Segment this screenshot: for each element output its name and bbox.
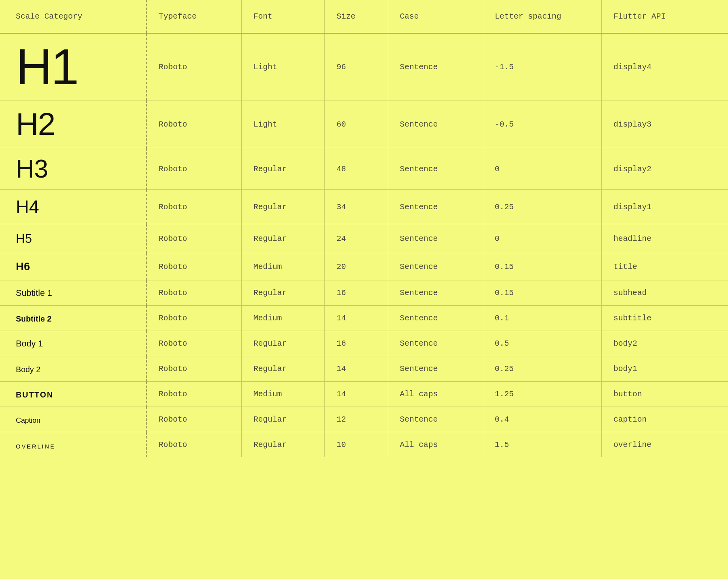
api-cell: headline <box>601 224 728 253</box>
font-cell: Medium <box>241 382 324 407</box>
table-row: H4RobotoRegular34Sentence0.25display1 <box>0 190 728 224</box>
scale-category-cell: H6 <box>0 253 146 280</box>
spacing-cell: 0 <box>483 224 601 253</box>
api-cell: caption <box>601 407 728 432</box>
table-row: H2RobotoLight60Sentence-0.5display3 <box>0 100 728 148</box>
scale-specimen: Subtitle 1 <box>16 289 136 297</box>
typeface-cell: Roboto <box>146 306 241 331</box>
api-cell: display4 <box>601 33 728 100</box>
size-cell: 14 <box>324 306 388 331</box>
size-cell: 60 <box>324 100 388 148</box>
case-cell: Sentence <box>388 100 483 148</box>
table-row: BUTTONRobotoMedium14All caps1.25button <box>0 382 728 407</box>
typeface-cell: Roboto <box>146 331 241 356</box>
api-cell: subhead <box>601 280 728 306</box>
scale-specimen: Body 1 <box>16 339 136 348</box>
api-cell: body2 <box>601 331 728 356</box>
font-cell: Medium <box>241 253 324 280</box>
table-row: H5RobotoRegular24Sentence0headline <box>0 224 728 253</box>
scale-category-cell: Body 2 <box>0 356 146 382</box>
scale-category-cell: H5 <box>0 224 146 253</box>
size-cell: 16 <box>324 280 388 306</box>
spacing-cell: 0.1 <box>483 306 601 331</box>
spacing-cell: 1.5 <box>483 432 601 458</box>
spacing-cell: 0 <box>483 148 601 190</box>
size-cell: 14 <box>324 382 388 407</box>
case-cell: Sentence <box>388 148 483 190</box>
scale-specimen: Caption <box>16 417 136 424</box>
case-cell: Sentence <box>388 224 483 253</box>
col-font-header: Font <box>241 0 324 33</box>
case-cell: Sentence <box>388 356 483 382</box>
scale-category-cell: Caption <box>0 407 146 432</box>
case-cell: All caps <box>388 382 483 407</box>
typeface-cell: Roboto <box>146 33 241 100</box>
size-cell: 12 <box>324 407 388 432</box>
table-row: Body 2RobotoRegular14Sentence0.25body1 <box>0 356 728 382</box>
font-cell: Regular <box>241 190 324 224</box>
font-cell: Regular <box>241 331 324 356</box>
col-size-header: Size <box>324 0 388 33</box>
spacing-cell: -1.5 <box>483 33 601 100</box>
table-row: Subtitle 1RobotoRegular16Sentence0.15sub… <box>0 280 728 306</box>
font-cell: Light <box>241 100 324 148</box>
spacing-cell: 0.5 <box>483 331 601 356</box>
spacing-cell: -0.5 <box>483 100 601 148</box>
size-cell: 24 <box>324 224 388 253</box>
scale-category-cell: H3 <box>0 148 146 190</box>
scale-category-cell: OVERLINE <box>0 432 146 458</box>
size-cell: 20 <box>324 253 388 280</box>
table-row: H3RobotoRegular48Sentence0display2 <box>0 148 728 190</box>
api-cell: button <box>601 382 728 407</box>
scale-specimen: Body 2 <box>16 365 136 373</box>
table-row: Body 1RobotoRegular16Sentence0.5body2 <box>0 331 728 356</box>
scale-category-cell: Body 1 <box>0 331 146 356</box>
case-cell: Sentence <box>388 190 483 224</box>
typeface-cell: Roboto <box>146 148 241 190</box>
size-cell: 14 <box>324 356 388 382</box>
case-cell: All caps <box>388 432 483 458</box>
spacing-cell: 0.4 <box>483 407 601 432</box>
api-cell: display1 <box>601 190 728 224</box>
table-row: H6RobotoMedium20Sentence0.15title <box>0 253 728 280</box>
typeface-cell: Roboto <box>146 407 241 432</box>
table-row: OVERLINERobotoRegular10All caps1.5overli… <box>0 432 728 458</box>
scale-specimen: H6 <box>16 261 136 272</box>
api-cell: title <box>601 253 728 280</box>
size-cell: 96 <box>324 33 388 100</box>
scale-specimen: H2 <box>16 108 136 140</box>
typeface-cell: Roboto <box>146 190 241 224</box>
col-scale-header: Scale Category <box>0 0 146 33</box>
typeface-cell: Roboto <box>146 382 241 407</box>
font-cell: Regular <box>241 432 324 458</box>
scale-category-cell: H2 <box>0 100 146 148</box>
size-cell: 34 <box>324 190 388 224</box>
font-cell: Regular <box>241 356 324 382</box>
scale-specimen: H5 <box>16 232 136 245</box>
typeface-cell: Roboto <box>146 224 241 253</box>
api-cell: display2 <box>601 148 728 190</box>
case-cell: Sentence <box>388 306 483 331</box>
font-cell: Regular <box>241 407 324 432</box>
scale-specimen: BUTTON <box>16 391 136 399</box>
scale-category-cell: H4 <box>0 190 146 224</box>
scale-specimen: H1 <box>16 42 136 92</box>
scale-specimen: Subtitle 2 <box>16 315 136 323</box>
api-cell: overline <box>601 432 728 458</box>
case-cell: Sentence <box>388 33 483 100</box>
scale-category-cell: Subtitle 2 <box>0 306 146 331</box>
case-cell: Sentence <box>388 407 483 432</box>
table-row: H1RobotoLight96Sentence-1.5display4 <box>0 33 728 100</box>
spacing-cell: 0.25 <box>483 356 601 382</box>
size-cell: 48 <box>324 148 388 190</box>
type-scale-table: Scale Category Typeface Font Size Case L… <box>0 0 728 457</box>
scale-specimen: H3 <box>16 156 136 182</box>
size-cell: 10 <box>324 432 388 458</box>
scale-category-cell: Subtitle 1 <box>0 280 146 306</box>
spacing-cell: 1.25 <box>483 382 601 407</box>
spacing-cell: 0.15 <box>483 253 601 280</box>
table-row: CaptionRobotoRegular12Sentence0.4caption <box>0 407 728 432</box>
font-cell: Regular <box>241 224 324 253</box>
typeface-cell: Roboto <box>146 432 241 458</box>
size-cell: 16 <box>324 331 388 356</box>
